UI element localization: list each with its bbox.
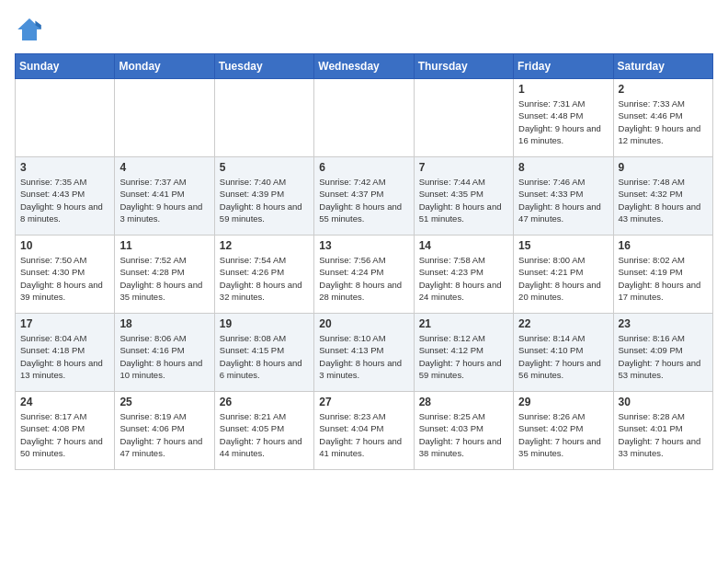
calendar-cell: 3Sunrise: 7:35 AM Sunset: 4:43 PM Daylig… (16, 157, 115, 236)
calendar-cell: 12Sunrise: 7:54 AM Sunset: 4:26 PM Dayli… (214, 236, 313, 314)
day-info: Sunrise: 8:06 AM Sunset: 4:16 PM Dayligh… (119, 332, 209, 381)
calendar-cell: 22Sunrise: 8:14 AM Sunset: 4:10 PM Dayli… (514, 314, 613, 392)
calendar-cell: 18Sunrise: 8:06 AM Sunset: 4:16 PM Dayli… (115, 314, 214, 392)
logo-icon (15, 15, 44, 44)
day-info: Sunrise: 7:42 AM Sunset: 4:37 PM Dayligh… (319, 176, 408, 224)
day-info: Sunrise: 8:19 AM Sunset: 4:06 PM Dayligh… (119, 410, 209, 459)
calendar-cell (214, 79, 313, 157)
calendar-cell: 29Sunrise: 8:26 AM Sunset: 4:02 PM Dayli… (514, 392, 613, 470)
calendar-table: SundayMondayTuesdayWednesdayThursdayFrid… (15, 53, 713, 470)
calendar-cell (314, 79, 414, 157)
day-info: Sunrise: 8:08 AM Sunset: 4:15 PM Dayligh… (220, 332, 309, 381)
calendar-header-row: SundayMondayTuesdayWednesdayThursdayFrid… (16, 54, 713, 79)
day-number: 17 (20, 317, 109, 330)
day-number: 5 (220, 161, 309, 174)
column-header-wednesday: Wednesday (314, 54, 414, 79)
day-info: Sunrise: 7:50 AM Sunset: 4:30 PM Dayligh… (20, 254, 109, 303)
calendar-cell: 14Sunrise: 7:58 AM Sunset: 4:23 PM Dayli… (414, 236, 513, 314)
calendar-cell: 23Sunrise: 8:16 AM Sunset: 4:09 PM Dayli… (613, 314, 712, 392)
column-header-saturday: Saturday (613, 54, 712, 79)
day-info: Sunrise: 8:26 AM Sunset: 4:02 PM Dayligh… (518, 410, 608, 459)
calendar-cell: 9Sunrise: 7:48 AM Sunset: 4:32 PM Daylig… (613, 157, 712, 236)
day-info: Sunrise: 8:10 AM Sunset: 4:13 PM Dayligh… (319, 332, 408, 381)
day-info: Sunrise: 7:33 AM Sunset: 4:46 PM Dayligh… (619, 98, 708, 146)
day-number: 2 (619, 83, 708, 96)
day-number: 14 (419, 239, 508, 252)
calendar-cell: 4Sunrise: 7:37 AM Sunset: 4:41 PM Daylig… (115, 157, 214, 236)
day-number: 4 (119, 161, 209, 174)
day-info: Sunrise: 8:04 AM Sunset: 4:18 PM Dayligh… (20, 332, 109, 381)
day-info: Sunrise: 8:16 AM Sunset: 4:09 PM Dayligh… (619, 332, 708, 381)
day-info: Sunrise: 7:35 AM Sunset: 4:43 PM Dayligh… (20, 176, 109, 224)
calendar-cell (16, 79, 115, 157)
calendar-cell (414, 79, 513, 157)
day-info: Sunrise: 7:52 AM Sunset: 4:28 PM Dayligh… (119, 254, 209, 303)
calendar-cell: 5Sunrise: 7:40 AM Sunset: 4:39 PM Daylig… (214, 157, 313, 236)
day-info: Sunrise: 7:37 AM Sunset: 4:41 PM Dayligh… (119, 176, 209, 224)
column-header-monday: Monday (115, 54, 214, 79)
day-info: Sunrise: 7:31 AM Sunset: 4:48 PM Dayligh… (518, 98, 608, 146)
day-number: 12 (220, 239, 309, 252)
calendar-cell: 24Sunrise: 8:17 AM Sunset: 4:08 PM Dayli… (16, 392, 115, 470)
day-info: Sunrise: 8:28 AM Sunset: 4:01 PM Dayligh… (619, 410, 708, 459)
day-info: Sunrise: 8:12 AM Sunset: 4:12 PM Dayligh… (419, 332, 508, 381)
calendar-cell: 10Sunrise: 7:50 AM Sunset: 4:30 PM Dayli… (16, 236, 115, 314)
column-header-tuesday: Tuesday (214, 54, 313, 79)
day-number: 13 (319, 239, 408, 252)
day-number: 11 (119, 239, 209, 252)
column-header-thursday: Thursday (414, 54, 513, 79)
day-number: 7 (419, 161, 508, 174)
calendar-cell: 20Sunrise: 8:10 AM Sunset: 4:13 PM Dayli… (314, 314, 414, 392)
day-info: Sunrise: 7:58 AM Sunset: 4:23 PM Dayligh… (419, 254, 508, 303)
day-number: 22 (518, 317, 608, 330)
calendar-cell (115, 79, 214, 157)
day-info: Sunrise: 8:25 AM Sunset: 4:03 PM Dayligh… (419, 410, 508, 459)
day-number: 18 (119, 317, 209, 330)
day-number: 3 (20, 161, 109, 174)
calendar-cell: 11Sunrise: 7:52 AM Sunset: 4:28 PM Dayli… (115, 236, 214, 314)
calendar-week-row: 3Sunrise: 7:35 AM Sunset: 4:43 PM Daylig… (16, 157, 713, 236)
logo (15, 15, 48, 44)
day-number: 10 (20, 239, 109, 252)
day-info: Sunrise: 8:21 AM Sunset: 4:05 PM Dayligh… (220, 410, 309, 459)
calendar-cell: 1Sunrise: 7:31 AM Sunset: 4:48 PM Daylig… (514, 79, 613, 157)
day-number: 29 (518, 396, 608, 408)
day-number: 20 (319, 317, 408, 330)
calendar-cell: 8Sunrise: 7:46 AM Sunset: 4:33 PM Daylig… (514, 157, 613, 236)
day-info: Sunrise: 7:56 AM Sunset: 4:24 PM Dayligh… (319, 254, 408, 303)
calendar-cell: 28Sunrise: 8:25 AM Sunset: 4:03 PM Dayli… (414, 392, 513, 470)
day-info: Sunrise: 8:00 AM Sunset: 4:21 PM Dayligh… (518, 254, 608, 303)
day-info: Sunrise: 7:48 AM Sunset: 4:32 PM Dayligh… (619, 176, 708, 224)
day-info: Sunrise: 8:23 AM Sunset: 4:04 PM Dayligh… (319, 410, 408, 459)
day-info: Sunrise: 7:40 AM Sunset: 4:39 PM Dayligh… (220, 176, 309, 224)
day-number: 6 (319, 161, 408, 174)
day-info: Sunrise: 8:02 AM Sunset: 4:19 PM Dayligh… (619, 254, 708, 303)
day-number: 15 (518, 239, 608, 252)
day-info: Sunrise: 8:14 AM Sunset: 4:10 PM Dayligh… (518, 332, 608, 381)
day-number: 23 (619, 317, 708, 330)
calendar-cell: 7Sunrise: 7:44 AM Sunset: 4:35 PM Daylig… (414, 157, 513, 236)
calendar-week-row: 10Sunrise: 7:50 AM Sunset: 4:30 PM Dayli… (16, 236, 713, 314)
calendar-cell: 25Sunrise: 8:19 AM Sunset: 4:06 PM Dayli… (115, 392, 214, 470)
column-header-sunday: Sunday (16, 54, 115, 79)
column-header-friday: Friday (514, 54, 613, 79)
calendar-cell: 15Sunrise: 8:00 AM Sunset: 4:21 PM Dayli… (514, 236, 613, 314)
day-number: 19 (220, 317, 309, 330)
day-number: 28 (419, 396, 508, 408)
day-info: Sunrise: 7:44 AM Sunset: 4:35 PM Dayligh… (419, 176, 508, 224)
calendar-cell: 19Sunrise: 8:08 AM Sunset: 4:15 PM Dayli… (214, 314, 313, 392)
calendar-cell: 30Sunrise: 8:28 AM Sunset: 4:01 PM Dayli… (613, 392, 712, 470)
page-header (15, 15, 713, 44)
day-number: 30 (619, 396, 708, 408)
calendar-cell: 13Sunrise: 7:56 AM Sunset: 4:24 PM Dayli… (314, 236, 414, 314)
day-number: 27 (319, 396, 408, 408)
day-info: Sunrise: 7:46 AM Sunset: 4:33 PM Dayligh… (518, 176, 608, 224)
calendar-cell: 27Sunrise: 8:23 AM Sunset: 4:04 PM Dayli… (314, 392, 414, 470)
calendar-cell: 21Sunrise: 8:12 AM Sunset: 4:12 PM Dayli… (414, 314, 513, 392)
calendar-cell: 26Sunrise: 8:21 AM Sunset: 4:05 PM Dayli… (214, 392, 313, 470)
day-info: Sunrise: 7:54 AM Sunset: 4:26 PM Dayligh… (220, 254, 309, 303)
calendar-cell: 17Sunrise: 8:04 AM Sunset: 4:18 PM Dayli… (16, 314, 115, 392)
day-number: 26 (220, 396, 309, 408)
day-number: 25 (119, 396, 209, 408)
day-number: 1 (518, 83, 608, 96)
